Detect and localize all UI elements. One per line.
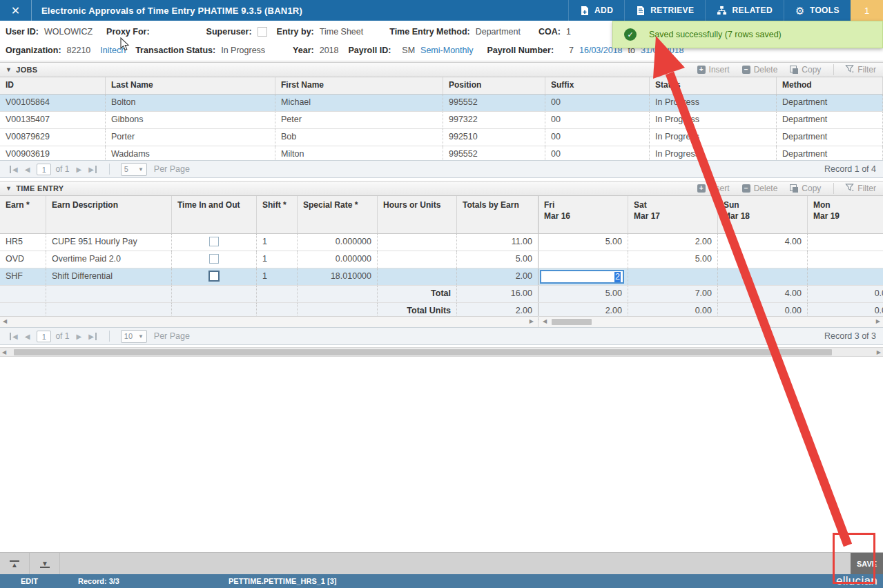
organization-code: 82210 — [67, 46, 91, 55]
jobs-delete-button[interactable]: −Delete — [742, 65, 778, 75]
copy-icon — [790, 184, 798, 193]
next-section-icon: ▼ — [41, 560, 48, 567]
user-id-label: User ID: — [6, 27, 39, 37]
time-entry-filter-button[interactable]: Filter — [833, 183, 876, 194]
close-button[interactable]: ✕ — [0, 0, 32, 21]
col-hours-or-units[interactable]: Hours or Units — [378, 196, 457, 233]
col-earn[interactable]: Earn * — [0, 196, 46, 233]
chevron-down-icon: ▼ — [138, 333, 144, 340]
tools-button[interactable]: ⚙ TOOLS — [784, 0, 851, 21]
save-success-toast[interactable]: ✓ Saved successfully (7 rows saved) — [612, 21, 883, 48]
jobs-insert-button[interactable]: +Insert — [697, 65, 730, 75]
scroll-left-icon[interactable]: ◀ — [543, 318, 547, 324]
day-pane-scrollbar[interactable]: ◀ ▶ — [539, 316, 883, 327]
gear-icon: ⚙ — [795, 6, 805, 16]
entry-by-value: Time Sheet — [320, 27, 363, 37]
jobs-section-header: ▼ JOBS +Insert −Delete Copy Filter — [0, 62, 883, 77]
last-page-icon[interactable]: ▶ — [88, 166, 97, 173]
col-shift[interactable]: Shift * — [257, 196, 298, 233]
frozen-pane-scrollbar[interactable]: ◀ ▶ — [0, 316, 538, 327]
col-status[interactable]: Status — [650, 77, 777, 94]
table-row[interactable]: V00105864BoltonMichael99555200In Progres… — [0, 95, 883, 112]
time-entry-insert-button[interactable]: +Insert — [697, 184, 730, 193]
time-entry-row[interactable]: OVD Overtime Paid 2.0 1 0.000000 5.00 5.… — [0, 251, 883, 268]
status-bar: EDIT Record: 3/3 PETTIME.PETTIME_HRS_1 [… — [0, 574, 883, 588]
content-horizontal-scrollbar[interactable]: ◀ ▶ — [0, 347, 883, 357]
col-day-mon[interactable]: MonMar 19 — [808, 196, 883, 233]
time-in-out-checkbox[interactable] — [209, 254, 219, 264]
first-page-icon[interactable]: ◀ — [10, 333, 18, 340]
jobs-copy-button[interactable]: Copy — [790, 65, 821, 75]
next-page-icon[interactable]: ▶ — [76, 333, 81, 340]
col-position[interactable]: Position — [443, 77, 545, 94]
jobs-section-title[interactable]: ▼ JOBS — [6, 66, 37, 74]
page-number-input[interactable]: 1 — [37, 164, 51, 175]
scroll-left-icon[interactable]: ◀ — [3, 318, 7, 324]
notification-count-badge[interactable]: 1 — [851, 0, 883, 21]
scrollbar-thumb[interactable] — [14, 349, 832, 355]
col-earn-description[interactable]: Earn Description — [46, 196, 172, 233]
col-method[interactable]: Method — [777, 77, 883, 94]
year-value: 2018 — [320, 46, 339, 55]
time-entry-method-label: Time Entry Method: — [389, 27, 469, 37]
insert-icon: + — [697, 66, 706, 74]
time-entry-scrollbars: ◀ ▶ ◀ ▶ — [0, 316, 883, 327]
total-row: Total 16.00 5.00 7.00 4.00 0.00 — [0, 286, 883, 303]
time-in-out-checkbox[interactable] — [208, 271, 220, 282]
col-id[interactable]: ID — [0, 77, 106, 94]
col-suffix[interactable]: Suffix — [545, 77, 650, 94]
payroll-id-desc-link[interactable]: Semi-Monthly — [420, 46, 473, 55]
time-entry-table-header: Earn * Earn Description Time In and Out … — [0, 196, 883, 234]
time-entry-row[interactable]: HR5 CUPE 951 Hourly Pay 1 0.000000 11.00… — [0, 234, 883, 251]
save-button[interactable]: SAVE — [851, 553, 883, 575]
add-icon — [580, 6, 590, 16]
superuser-checkbox[interactable] — [258, 27, 267, 37]
jobs-filter-button[interactable]: Filter — [833, 64, 876, 75]
retrieve-button[interactable]: RETRIEVE — [624, 0, 705, 21]
previous-section-button[interactable]: ▲ — [0, 553, 30, 575]
last-page-icon[interactable]: ▶ — [88, 333, 97, 340]
time-entry-copy-button[interactable]: Copy — [790, 184, 821, 193]
jobs-table: ID Last Name First Name Position Suffix … — [0, 77, 883, 164]
coa-value: 1 — [566, 27, 571, 37]
col-day-fri[interactable]: FriMar 16 — [538, 196, 628, 233]
retrieve-icon — [636, 6, 646, 16]
col-time-in-out[interactable]: Time In and Out — [172, 196, 257, 233]
col-last-name[interactable]: Last Name — [106, 77, 275, 94]
scroll-left-icon[interactable]: ◀ — [2, 349, 6, 355]
next-section-button[interactable]: ▼ — [30, 553, 60, 575]
per-page-select[interactable]: 5▼ — [121, 163, 147, 176]
col-first-name[interactable]: First Name — [275, 77, 443, 94]
time-entry-section-title[interactable]: ▼ TIME ENTRY — [6, 184, 64, 193]
scrollbar-thumb[interactable] — [552, 319, 592, 325]
first-page-icon[interactable]: ◀ — [10, 166, 18, 173]
scroll-right-icon[interactable]: ▶ — [530, 318, 534, 324]
add-button[interactable]: ADD — [568, 0, 624, 21]
col-day-sun[interactable]: SunMar 18 — [718, 196, 808, 233]
per-page-select[interactable]: 10▼ — [121, 330, 147, 343]
time-entry-table: Earn * Earn Description Time In and Out … — [0, 196, 883, 320]
scroll-right-icon[interactable]: ▶ — [877, 349, 881, 355]
time-entry-delete-button[interactable]: −Delete — [742, 184, 778, 193]
jobs-pager: ◀ ◀ 1 of 1 ▶ ▶ 5▼ Per Page Record 1 of 4 — [0, 160, 883, 178]
time-in-out-checkbox[interactable] — [209, 237, 219, 246]
time-entry-method-value: Department — [476, 27, 521, 37]
next-page-icon[interactable]: ▶ — [76, 166, 81, 173]
col-day-sat[interactable]: SatMar 17 — [628, 196, 718, 233]
organization-name-link[interactable]: Initech — [100, 46, 126, 55]
payroll-id-label: Payroll ID: — [349, 46, 391, 55]
coa-label: COA: — [538, 27, 561, 37]
selected-text: 2 — [614, 272, 621, 282]
col-special-rate[interactable]: Special Rate * — [298, 196, 378, 233]
page-number-input[interactable]: 1 — [37, 331, 51, 342]
table-row[interactable]: V00135407GibbonsPeter99732200In Progress… — [0, 112, 883, 129]
table-row[interactable]: V00879629PorterBob99251000In ProgressDep… — [0, 129, 883, 146]
hours-input-field[interactable]: 2 — [540, 270, 624, 284]
related-button[interactable]: RELATED — [705, 0, 784, 21]
page-title: Electronic Approvals of Time Entry PHATI… — [32, 0, 568, 21]
col-totals-by-earn[interactable]: Totals by Earn — [457, 196, 538, 233]
prev-page-icon[interactable]: ◀ — [25, 333, 30, 340]
scroll-right-icon[interactable]: ▶ — [876, 318, 880, 324]
time-entry-row-selected[interactable]: SHF Shift Differential 1 18.010000 2.00 … — [0, 268, 883, 286]
prev-page-icon[interactable]: ◀ — [25, 166, 30, 173]
